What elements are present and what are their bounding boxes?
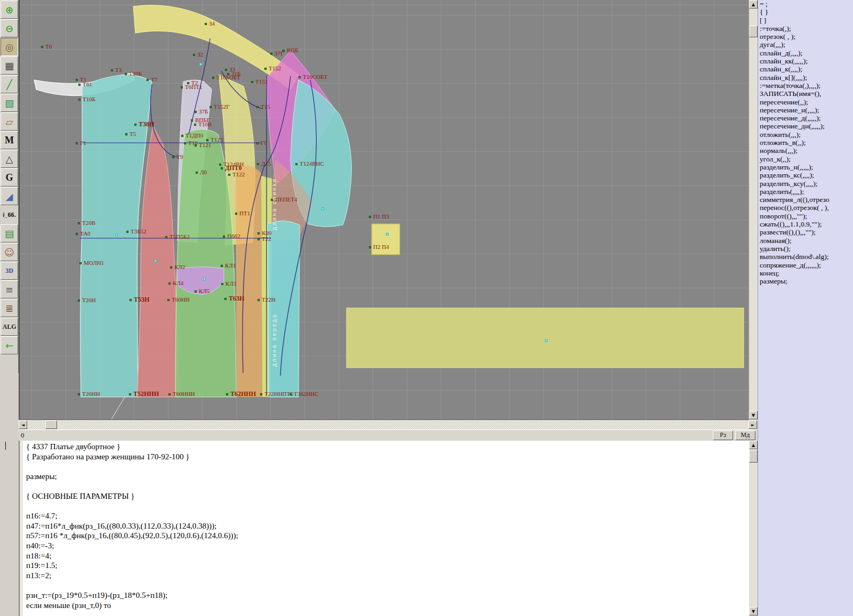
point-label: Т10В [198, 121, 212, 127]
command-list-item[interactable]: конец; [758, 269, 853, 277]
editor-vscroll-thumb[interactable] [749, 450, 758, 463]
command-list-item[interactable]: сжать((),,,1.1,0.9,""); [758, 220, 853, 228]
3d-button[interactable]: 3D [1, 262, 18, 280]
command-list-item[interactable]: дуга(,,,); [758, 40, 853, 48]
editor-line: { 4337 Платье двубортное } [26, 443, 120, 451]
command-list-item[interactable]: разделить_кс(,,,,); [758, 171, 853, 179]
editor-scroll-down-button[interactable]: ▼ [749, 607, 758, 615]
measurements-button[interactable]: M [1, 131, 18, 149]
point-marker [295, 163, 297, 165]
hscroll-thumb[interactable] [45, 420, 57, 429]
rz-button[interactable]: Рз [713, 431, 733, 440]
command-list-item[interactable]: [ ] [758, 17, 853, 25]
scroll-left-button[interactable]: ◄ [19, 420, 27, 429]
editor-scroll-up-button[interactable]: ▲ [749, 441, 758, 449]
view-piece-button[interactable]: ◎ [1, 38, 18, 56]
command-list-item[interactable]: сплайн_кк(,,,,,); [758, 57, 853, 65]
g-module-button[interactable]: G [1, 168, 18, 187]
command-list-item[interactable]: отложить_в(,,); [758, 139, 853, 147]
command-list-item[interactable]: отрезок( , ); [758, 33, 853, 40]
editor-line: если меньше (рзн_т,0) то [26, 602, 111, 610]
table-button[interactable]: ▤ [1, 224, 18, 242]
command-list-item[interactable]: угол_к(,,); [758, 155, 853, 163]
list-button[interactable]: ≡ [1, 280, 18, 298]
command-list-item[interactable]: отложить(,,,); [758, 131, 853, 139]
command-list-item[interactable]: сплайн_к(,,,,); [758, 65, 853, 73]
scroll-up-button[interactable]: ▲ [749, 0, 758, 9]
canvas-labels: Т0З4З2З7ГВПБТ3Т30БТ7Т1Тб1Т10БЗ3З1БТ152Т1… [20, 0, 749, 419]
point-label: Т38Н [139, 121, 154, 127]
command-list-item[interactable]: сопряжение_д(,,,,,,); [758, 261, 853, 269]
pattern-canvas[interactable]: Т0З4З2З7ГВПБТ3Т30БТ7Т1Тб1Т10БЗ3З1БТ152Т1… [19, 0, 749, 420]
command-list-item[interactable]: выполнить(dmod\.alg); [758, 253, 853, 261]
command-list-item[interactable]: пересечение_д(,,,,,); [758, 114, 853, 122]
command-list-item[interactable]: нормаль(,,,); [758, 147, 853, 155]
command-list-item[interactable]: :=метка(точка(,),,,,); [758, 82, 853, 90]
command-list-item[interactable]: = ; [758, 0, 853, 8]
model-photo-button[interactable]: ☺ [1, 243, 18, 261]
image-button[interactable]: ▧ [1, 94, 18, 112]
editor-line: п16:=4.7; [26, 512, 58, 520]
editor-line: п19:=1.5; [26, 562, 58, 570]
command-list-item[interactable]: развести((),(),,,""); [758, 228, 853, 236]
point-marker [184, 142, 186, 144]
point-label: П2 П4 [373, 244, 389, 249]
point-label: ПТ1 [239, 210, 250, 216]
command-list-item[interactable]: сплайн_к[](,,,,); [758, 74, 853, 82]
point-label: МОЛН1 [84, 260, 104, 265]
command-list-item[interactable]: сплайн_д(,,,,); [758, 49, 853, 57]
command-list-item[interactable]: удалить(); [758, 245, 853, 253]
point-marker [256, 142, 259, 144]
editor-vscrollbar[interactable]: ▲ ▼ [749, 441, 758, 616]
command-list-item[interactable]: пересечение(,,); [758, 98, 853, 106]
point-label: Т3Б52 [131, 229, 147, 234]
scroll-down-button[interactable]: ▼ [749, 411, 758, 419]
editor-line: п40:=-3; [26, 542, 54, 550]
point-marker [134, 124, 136, 126]
algorithm-editor[interactable]: { 4337 Платье двубортное }{ Разработано … [19, 441, 749, 616]
command-list-item[interactable]: ломаная(); [758, 237, 853, 245]
command-list-item[interactable]: ЗАПИСАТЬ(имя=(), [758, 90, 853, 98]
command-list-item[interactable]: пересечение_н(,,,,); [758, 106, 853, 114]
md-button[interactable]: Мд [735, 431, 755, 440]
command-list-item[interactable]: { } [758, 8, 853, 16]
command-list-item[interactable]: размеры; [758, 277, 853, 285]
grid-button[interactable]: ▦ [1, 56, 18, 75]
segment-button[interactable]: ╱ [1, 75, 18, 93]
zoom-in-button[interactable]: ⊕ [1, 1, 18, 19]
command-list-item[interactable]: разделить(,,,,); [758, 188, 853, 196]
scroll-right-button[interactable]: ► [749, 420, 757, 429]
alg-button[interactable]: ALG [1, 318, 18, 336]
point-marker [221, 265, 223, 267]
selection-dot [321, 207, 324, 210]
point-label: Т52ННН [133, 391, 159, 396]
ruler-button[interactable]: ◢ [1, 187, 18, 205]
command-list-item[interactable]: перенос((),отрезок( , ), [758, 204, 853, 212]
command-list-item[interactable]: разделить_ксу(,,,,); [758, 180, 853, 188]
drafting-tools-button[interactable]: △ [1, 150, 18, 168]
pattern-piece-button[interactable]: ▱ [1, 112, 18, 131]
point-marker [289, 393, 292, 395]
point-marker [76, 233, 78, 235]
point-label: Г0 [261, 140, 267, 145]
editor-line: размеры; [26, 473, 57, 481]
books-button[interactable]: ≣ [1, 299, 18, 317]
point-marker [369, 216, 371, 218]
toolbar-spacer [0, 373, 19, 616]
point-label: Т152 [269, 66, 281, 71]
point-label: Т9 [176, 154, 183, 159]
vscroll-thumb[interactable] [749, 26, 758, 37]
editor-line: п47:=п16*л_фнк(рз_16,((80,0.33),(112,0.3… [26, 522, 216, 530]
canvas-vscrollbar[interactable]: ▲ ▼ [749, 0, 758, 420]
point-label: З4 [209, 21, 215, 26]
command-list-item[interactable]: пересечение_дн(,,,,,); [758, 122, 853, 130]
canvas-hscrollbar[interactable]: ◄ ► [19, 420, 758, 429]
command-list-panel: = ;{ }[ ]:=точка(,);отрезок( , );дуга(,,… [758, 0, 853, 616]
zoom-out-button[interactable]: ⊖ [1, 19, 18, 37]
command-list-item[interactable]: разделить_н(,,,,,); [758, 163, 853, 171]
exit-button[interactable]: ← [1, 336, 18, 354]
point-label: Т20Н [82, 297, 96, 303]
command-list-item[interactable]: :=точка(,); [758, 25, 853, 33]
command-list-item[interactable]: поворот((),,,""); [758, 212, 853, 220]
command-list-item[interactable]: симметрия_л((),отрезо [758, 196, 853, 204]
